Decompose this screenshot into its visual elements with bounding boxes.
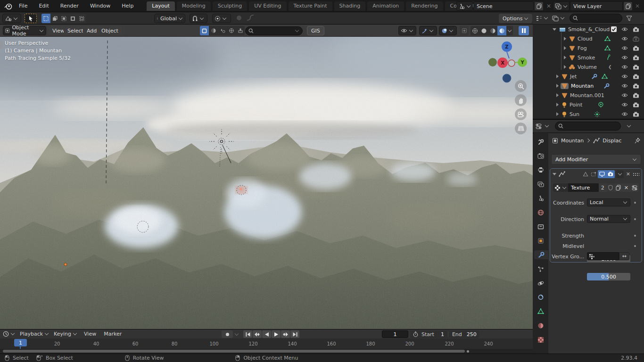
play-button[interactable] [272, 330, 281, 338]
shading-rendered-icon[interactable] [497, 26, 506, 35]
tab-view-layer[interactable] [533, 180, 548, 189]
modifier-render-toggle-icon[interactable] [606, 170, 615, 178]
expand-icon[interactable] [564, 37, 566, 41]
eye-icon[interactable] [621, 65, 628, 69]
camera-restrict-icon[interactable] [633, 55, 639, 60]
collapse-icon[interactable] [553, 28, 556, 31]
midlevel-slider[interactable]: 0.500 [587, 273, 630, 280]
view-layer-new-button[interactable] [623, 1, 633, 11]
camera-restrict-icon[interactable] [633, 74, 639, 79]
expand-icon[interactable] [556, 112, 559, 116]
jump-to-end-button[interactable] [290, 330, 299, 338]
jump-to-start-button[interactable] [243, 330, 252, 338]
modifier-extras-dropdown[interactable] [616, 170, 624, 178]
camera-restrict-icon[interactable] [633, 65, 639, 70]
stopwatch-icon[interactable] [413, 331, 418, 337]
object-name[interactable]: Cloud [578, 36, 592, 42]
scene-name-field[interactable]: Scene [473, 1, 534, 11]
modifier-editmode-toggle-icon[interactable] [582, 170, 590, 178]
scrollbar-thumb[interactable] [3, 350, 465, 353]
timeline-scrollbar[interactable] [0, 349, 533, 354]
object-name[interactable]: Point [570, 102, 582, 108]
eye-icon[interactable] [621, 55, 628, 60]
tab-output[interactable] [533, 165, 548, 174]
gizmos-dropdown[interactable] [419, 26, 437, 35]
texture-properties-icon[interactable] [630, 183, 639, 192]
tab-texture[interactable] [533, 335, 548, 344]
start-value[interactable]: 1 [441, 331, 444, 337]
tab-animation[interactable]: Animation [367, 1, 404, 11]
camera-view-button[interactable] [515, 108, 527, 120]
camera-restrict-icon[interactable] [633, 112, 639, 117]
texture-name-field[interactable]: Texture [568, 183, 599, 192]
expand-icon[interactable] [556, 84, 559, 88]
object-name[interactable]: Sun [570, 111, 579, 117]
view-layer-remove-icon[interactable]: ✕ [635, 3, 640, 9]
scene-unlink-icon[interactable]: ✕ [546, 3, 551, 9]
modifier-delete-icon[interactable]: ✕ [626, 171, 630, 177]
object-visibility-dropdown[interactable] [398, 26, 416, 35]
timeline-ruler[interactable]: 20 40 60 80 100 120 140 160 180 200 220 … [0, 338, 533, 349]
expand-icon[interactable] [556, 93, 559, 97]
eye-icon[interactable] [621, 36, 628, 41]
shading-solid-icon[interactable] [479, 26, 488, 35]
animate-dot[interactable] [634, 202, 636, 204]
modifier-oncage-toggle-icon[interactable] [590, 170, 598, 178]
outliner-display-mode-dropdown[interactable] [552, 16, 565, 21]
camera-restrict-icon[interactable] [633, 93, 639, 98]
outliner-row-fog[interactable]: Fog [533, 43, 644, 53]
fake-user-shield-icon[interactable] [607, 183, 614, 192]
animate-dot[interactable] [634, 218, 636, 220]
properties-options-dropdown[interactable] [627, 123, 631, 127]
camera-restrict-icon[interactable] [633, 83, 639, 89]
menu-file[interactable]: File [13, 0, 33, 12]
outliner-row-point[interactable]: Point [533, 100, 644, 109]
object-name[interactable]: Mountan.001 [570, 92, 604, 99]
camera-restrict-icon[interactable] [633, 102, 639, 107]
texture-browse-dropdown[interactable] [553, 183, 568, 192]
zoom-button[interactable] [515, 80, 527, 92]
add-modifier-dropdown[interactable]: Add Modifier [551, 154, 641, 165]
falloff-icons[interactable] [236, 15, 254, 21]
menu-window[interactable]: Window [84, 0, 116, 12]
next-keyframe-button[interactable] [281, 330, 290, 338]
gizmo-neg-x[interactable] [488, 58, 497, 66]
outliner-row-mountan-001[interactable]: Mountan.001 [533, 90, 644, 100]
tab-modeling[interactable]: Modeling [177, 1, 211, 11]
timeline-view-menu[interactable]: View [84, 331, 96, 337]
animate-dot[interactable] [634, 235, 636, 237]
camera-restrict-off-icon[interactable] [633, 36, 639, 41]
eye-icon[interactable] [621, 83, 628, 88]
collection-checkbox[interactable] [611, 26, 617, 32]
tab-physics[interactable] [533, 279, 548, 288]
expand-icon[interactable] [564, 65, 566, 69]
view-layer-name-field[interactable]: View Layer [570, 1, 623, 11]
outliner-row-smoke[interactable]: Smoke [533, 53, 644, 62]
sphere-half-icon[interactable] [209, 26, 218, 35]
texture-unlink-icon[interactable]: ✕ [622, 183, 630, 192]
navigation-gizmo[interactable]: Z X Y [485, 39, 532, 84]
prev-keyframe-button[interactable] [253, 330, 262, 338]
outliner-row-jet[interactable]: Jet [533, 72, 644, 81]
fluid-drops-icon[interactable] [218, 26, 227, 35]
expand-icon[interactable] [564, 56, 566, 59]
invert-vertex-group-button[interactable]: ↔ [619, 252, 629, 260]
tab-object[interactable] [533, 236, 548, 245]
tab-collection[interactable] [533, 222, 548, 231]
coordinates-dropdown[interactable]: Local [587, 198, 630, 206]
outliner-row-volume[interactable]: Volume ❮ [533, 62, 644, 72]
eye-icon[interactable] [621, 93, 628, 98]
select-circle-icon[interactable] [59, 14, 68, 23]
tab-particles[interactable] [533, 264, 548, 273]
shading-dropdown[interactable] [506, 26, 513, 35]
select-tweak-icon[interactable] [50, 14, 59, 23]
expand-icon[interactable] [556, 103, 559, 107]
breadcrumb-object[interactable]: Mountan [561, 138, 584, 144]
mode-transfer-icon[interactable] [200, 26, 209, 35]
menu-edit[interactable]: Edit [33, 0, 54, 12]
scene-browse-button[interactable] [456, 1, 473, 11]
editor-type-dropdown[interactable] [2, 14, 21, 23]
shading-wireframe-icon[interactable] [471, 26, 479, 35]
overlays-dropdown[interactable] [439, 26, 457, 35]
collection-name[interactable]: Smoke_&_Cloud [568, 26, 610, 33]
